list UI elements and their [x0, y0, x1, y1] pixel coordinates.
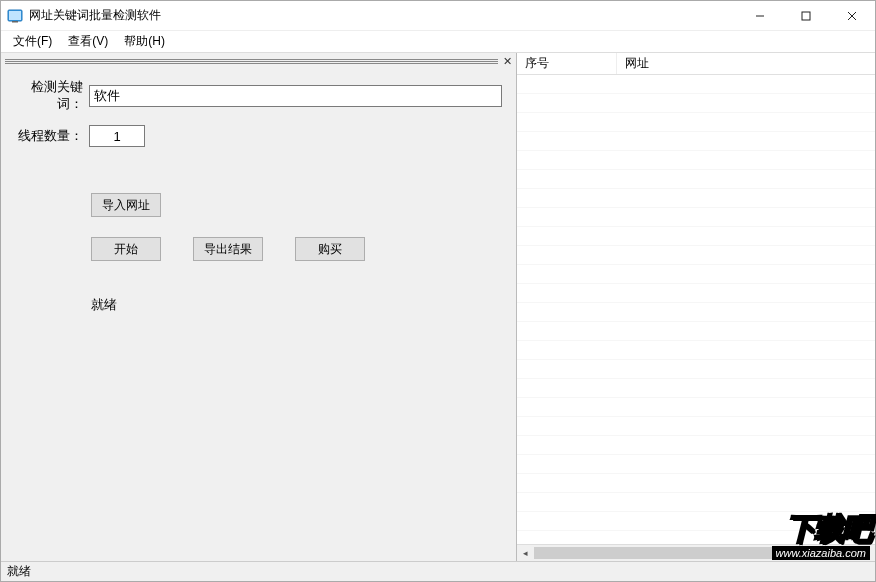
- maximize-button[interactable]: [783, 1, 829, 30]
- column-seq[interactable]: 序号: [517, 53, 617, 74]
- export-result-button[interactable]: 导出结果: [193, 237, 263, 261]
- column-url[interactable]: 网址: [617, 53, 875, 74]
- svg-rect-2: [12, 21, 18, 23]
- buy-button[interactable]: 购买: [295, 237, 365, 261]
- window-controls: [737, 1, 875, 30]
- title-bar: 网址关键词批量检测软件: [1, 1, 875, 31]
- close-button[interactable]: [829, 1, 875, 30]
- right-pane: 序号 网址 ◂ ▸: [517, 53, 875, 561]
- svg-rect-1: [9, 11, 21, 20]
- statusbar-text: 就绪: [7, 563, 31, 580]
- svg-rect-4: [802, 12, 810, 20]
- table-header: 序号 网址: [517, 53, 875, 75]
- scroll-thumb[interactable]: [534, 547, 832, 559]
- scroll-track[interactable]: [534, 545, 858, 561]
- scroll-left-icon[interactable]: ◂: [517, 545, 534, 561]
- import-row: 导入网址: [91, 193, 506, 217]
- table-body[interactable]: [517, 75, 875, 544]
- minimize-button[interactable]: [737, 1, 783, 30]
- pane-close-icon[interactable]: ✕: [503, 55, 512, 68]
- keyword-label: 检测关键词：: [11, 79, 89, 113]
- keyword-input[interactable]: [89, 85, 502, 107]
- import-url-button[interactable]: 导入网址: [91, 193, 161, 217]
- scroll-right-icon[interactable]: ▸: [858, 545, 875, 561]
- start-button[interactable]: 开始: [91, 237, 161, 261]
- menu-bar: 文件(F) 查看(V) 帮助(H): [1, 31, 875, 53]
- menu-view[interactable]: 查看(V): [60, 31, 116, 52]
- app-icon: [7, 8, 23, 24]
- keyword-row: 检测关键词：: [11, 79, 506, 113]
- dock-grip-bar: ✕: [5, 57, 512, 67]
- grip-icon: [5, 59, 498, 64]
- window-title: 网址关键词批量检测软件: [29, 7, 737, 24]
- threads-input[interactable]: [89, 125, 145, 147]
- inline-status: 就绪: [91, 297, 506, 314]
- body: ✕ 检测关键词： 线程数量： 导入网址 开始 导出结果 购买 就绪 序号 网址 …: [1, 53, 875, 561]
- left-pane: ✕ 检测关键词： 线程数量： 导入网址 开始 导出结果 购买 就绪: [1, 53, 517, 561]
- menu-help[interactable]: 帮助(H): [116, 31, 173, 52]
- horizontal-scrollbar[interactable]: ◂ ▸: [517, 544, 875, 561]
- menu-file[interactable]: 文件(F): [5, 31, 60, 52]
- action-row: 开始 导出结果 购买: [91, 237, 506, 261]
- threads-label: 线程数量：: [11, 128, 89, 145]
- threads-row: 线程数量：: [11, 125, 506, 147]
- status-bar: 就绪: [1, 561, 875, 581]
